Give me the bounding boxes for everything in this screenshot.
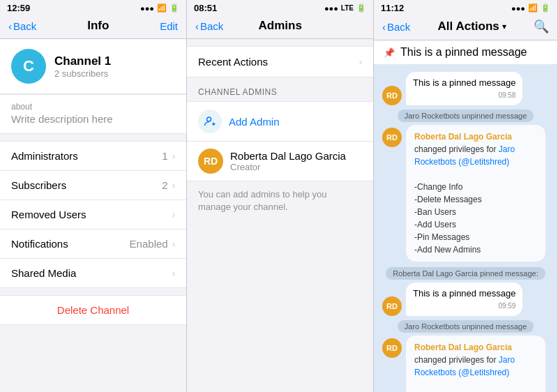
system-msg-3: Jaro Rocketbots unpinned message [382, 320, 549, 333]
admin-list: Add Admin RD Roberta Dal Lago Garcia Cre… [187, 101, 373, 181]
subscribers-badge: 2 [162, 179, 167, 191]
chat-panel: 11:12 ●●● 📶 🔋 ‹ Back All Actions ▾ 🔍 📌 T… [374, 0, 558, 392]
avatar-rd-2: RD [382, 128, 402, 147]
admin-name-roberta: Roberta Dal Lago Garcia [230, 150, 346, 162]
admin-avatar-roberta: RD [198, 149, 223, 174]
chevron-icon-4: › [172, 239, 175, 249]
battery-icon-3: 🔋 [541, 3, 550, 13]
notifications-value: Enabled [130, 238, 168, 250]
channel-name: Channel 1 [54, 54, 111, 68]
signal-icon-3: ●●● [511, 4, 525, 13]
nav-bar-2: ‹ Back Admins [187, 15, 373, 39]
recent-actions-row[interactable]: Recent Actions › [187, 46, 373, 77]
admins-panel: 08:51 ●●● LTE 🔋 ‹ Back Admins Recent Act… [187, 0, 374, 392]
lte-icon: LTE [341, 4, 354, 12]
pinned-message-text: This is a pinned message [400, 46, 527, 59]
admin-role-roberta: Creator [230, 162, 346, 172]
service-msg-1: RD Roberta Dal Lago Garcia changed privi… [382, 125, 549, 262]
status-icons-3: ●●● 📶 🔋 [511, 3, 550, 13]
menu-label-notifications: Notifications [11, 238, 68, 250]
chevron-icon-2: › [172, 180, 175, 190]
chat-back-button[interactable]: ‹ Back [382, 21, 410, 33]
pinned-message-bar[interactable]: 📌 This is a pinned message [374, 40, 557, 65]
menu-item-removed-users[interactable]: Removed Users › [0, 200, 186, 229]
service-sender-2: Roberta Dal Lago Garcia [414, 341, 537, 354]
service-bubble-1: Roberta Dal Lago Garcia changed privileg… [406, 125, 545, 262]
channel-subscribers: 2 subscribers [54, 68, 111, 79]
bubble-1: This is a pinned message 09:58 [406, 72, 522, 105]
pin-icon: 📌 [384, 47, 395, 58]
service-msg-2: RD Roberta Dal Lago Garcia changed privi… [382, 336, 549, 392]
about-section: about Write description here [0, 94, 186, 134]
chevron-icon-3: › [172, 209, 175, 220]
chevron-recent-actions: › [359, 56, 362, 67]
status-icons-2: ●●● LTE 🔋 [324, 3, 366, 13]
channel-avatar: C [11, 49, 46, 84]
menu-label-administrators: Administrators [11, 150, 78, 162]
chevron-icon: › [172, 151, 175, 161]
status-bar-3: 11:12 ●●● 📶 🔋 [374, 0, 557, 15]
bubble-1-text: This is a pinned message [413, 77, 515, 88]
menu-item-subscribers[interactable]: Subscribers 2 › [0, 171, 186, 200]
status-icons-1: ●●● 📶 🔋 [140, 3, 179, 13]
back-button-1[interactable]: ‹ Back [8, 20, 36, 32]
admin-row-roberta[interactable]: RD Roberta Dal Lago Garcia Creator [187, 142, 373, 181]
info-panel: 12:59 ●●● 📶 🔋 ‹ Back Info Edit C Channel… [0, 0, 187, 392]
back-button-2[interactable]: ‹ Back [195, 20, 223, 32]
delete-channel-button[interactable]: Delete Channel [0, 295, 186, 325]
admin-info-roberta: Roberta Dal Lago Garcia Creator [230, 150, 346, 172]
avatar-rd-1: RD [382, 86, 402, 105]
recent-actions-label: Recent Actions [198, 56, 268, 68]
menu-label-shared-media: Shared Media [11, 267, 76, 279]
chat-message-1: RD This is a pinned message 09:58 [382, 72, 549, 105]
nav-title-1: Info [87, 19, 109, 33]
info-menu-list: Administrators 1 › Subscribers 2 › Remov… [0, 141, 186, 288]
signal-icon: ●●● [140, 4, 154, 13]
menu-item-notifications[interactable]: Notifications Enabled › [0, 229, 186, 259]
admins-section-header: CHANNEL ADMINS [187, 77, 373, 101]
battery-icon-2: 🔋 [356, 3, 366, 13]
menu-item-administrators[interactable]: Administrators 1 › [0, 142, 186, 171]
system-msg-2: Roberta Dal Lago Garcia pinned message: [382, 267, 549, 280]
add-admin-row[interactable]: Add Admin [187, 102, 373, 142]
channel-header: C Channel 1 2 subscribers [0, 39, 186, 94]
dropdown-icon: ▾ [502, 22, 506, 31]
time-3: 11:12 [381, 3, 404, 13]
search-icon[interactable]: 🔍 [534, 19, 549, 34]
nav-bar-1: ‹ Back Info Edit [0, 15, 186, 39]
system-msg-1: Jaro Rocketbots unpinned message [382, 110, 549, 122]
bubble-2-time: 09:59 [413, 301, 515, 311]
bubble-1-time: 09:58 [413, 91, 515, 100]
menu-label-subscribers: Subscribers [11, 179, 66, 191]
service-link-1: Jaro Rocketbots (@Letitshred) [414, 144, 515, 167]
chat-nav-bar: ‹ Back All Actions ▾ 🔍 [374, 15, 557, 40]
wifi-icon: 📶 [157, 3, 167, 13]
chat-message-2: RD This is a pinned message 09:59 [382, 282, 549, 316]
svg-point-0 [207, 117, 211, 121]
edit-button[interactable]: Edit [160, 20, 178, 32]
service-link-2: Jaro Rocketbots (@Letitshred) [414, 355, 515, 377]
chevron-icon-5: › [172, 268, 175, 278]
time-1: 12:59 [7, 3, 30, 13]
wifi-icon-3: 📶 [528, 3, 538, 13]
status-bar-2: 08:51 ●●● LTE 🔋 [187, 0, 373, 15]
signal-icon-2: ●●● [324, 4, 338, 13]
nav-title-2: Admins [259, 19, 302, 33]
menu-label-removed-users: Removed Users [11, 209, 86, 220]
service-text-2: changed privileges for Jaro Rocketbots (… [414, 354, 537, 392]
chat-messages-area: RD This is a pinned message 09:58 Jaro R… [374, 65, 557, 392]
menu-item-shared-media[interactable]: Shared Media › [0, 259, 186, 287]
system-text-2: Roberta Dal Lago Garcia pinned message: [386, 267, 545, 280]
about-label: about [11, 102, 175, 112]
service-bubble-2: Roberta Dal Lago Garcia changed privileg… [406, 336, 545, 392]
battery-icon: 🔋 [169, 3, 179, 13]
service-sender-1: Roberta Dal Lago Garcia [414, 130, 537, 143]
back-chevron-icon-2: ‹ [195, 20, 199, 32]
back-chevron-icon: ‹ [8, 20, 12, 32]
status-bar-1: 12:59 ●●● 📶 🔋 [0, 0, 186, 15]
system-text-1: Jaro Rocketbots unpinned message [398, 110, 534, 122]
time-2: 08:51 [194, 3, 217, 13]
bubble-2-text: This is a pinned message [413, 288, 515, 299]
admin-help-text: You can add admins to help you manage yo… [187, 181, 373, 220]
avatar-rd-4: RD [382, 338, 402, 358]
